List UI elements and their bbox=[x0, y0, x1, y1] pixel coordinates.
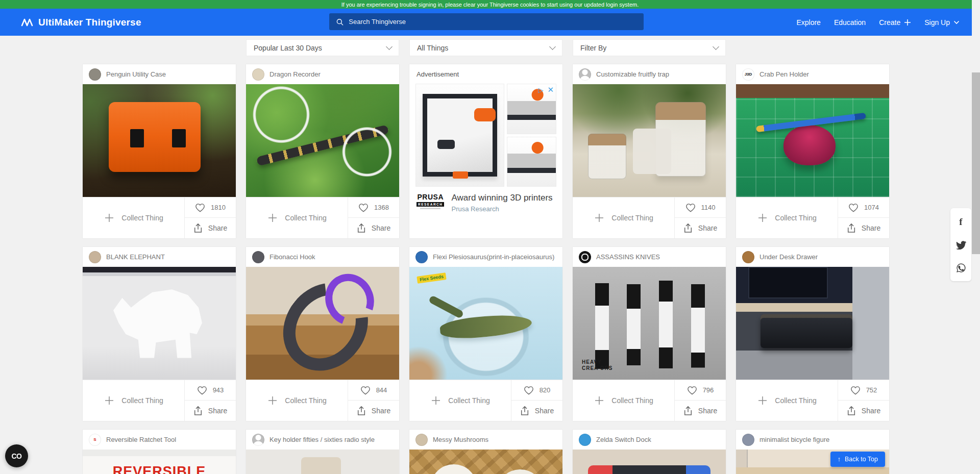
heart-icon bbox=[524, 386, 534, 395]
share-button[interactable]: Share bbox=[185, 218, 236, 238]
collect-thing-button[interactable]: Collect Thing bbox=[573, 197, 675, 238]
creator-avatar[interactable] bbox=[89, 68, 101, 81]
thing-thumbnail[interactable] bbox=[573, 84, 726, 197]
thing-thumbnail[interactable]: HEAVY CREA ORS bbox=[573, 267, 726, 380]
filter-by-dropdown[interactable]: Filter By bbox=[573, 39, 726, 56]
thing-title[interactable]: Key holder fifties / sixties radio style bbox=[270, 436, 375, 443]
like-count-button[interactable]: 796 bbox=[675, 380, 726, 401]
share-button[interactable]: Share bbox=[185, 401, 236, 421]
share-button[interactable]: Share bbox=[348, 401, 399, 421]
like-count-button[interactable]: 943 bbox=[185, 380, 236, 401]
like-count: 1810 bbox=[211, 204, 226, 211]
adchoices-icon[interactable]: ▷ bbox=[538, 86, 543, 94]
search-bar[interactable] bbox=[329, 13, 644, 30]
search-input[interactable] bbox=[349, 18, 637, 26]
creator-avatar[interactable] bbox=[415, 434, 428, 446]
creator-avatar[interactable] bbox=[89, 251, 101, 263]
share-button[interactable]: Share bbox=[838, 401, 889, 421]
thing-thumbnail[interactable] bbox=[83, 267, 236, 380]
collect-thing-button[interactable]: Collect Thing bbox=[246, 197, 348, 238]
creator-avatar[interactable] bbox=[579, 68, 591, 81]
thing-thumbnail[interactable] bbox=[246, 84, 399, 197]
like-count-button[interactable]: 1810 bbox=[185, 197, 236, 218]
creator-avatar[interactable]: S bbox=[89, 434, 101, 446]
collect-thing-label: Collect Thing bbox=[611, 214, 653, 222]
nav-explore[interactable]: Explore bbox=[796, 18, 820, 27]
thing-title[interactable]: Messy Mushrooms bbox=[433, 436, 488, 443]
creator-avatar[interactable]: J3D bbox=[742, 68, 754, 81]
category-dropdown[interactable]: All Things bbox=[409, 39, 562, 56]
like-count-button[interactable]: 844 bbox=[348, 380, 399, 401]
collect-thing-label: Collect Thing bbox=[121, 214, 163, 222]
nav-sign-up[interactable]: Sign Up bbox=[924, 18, 960, 27]
like-count-button[interactable]: 1140 bbox=[675, 197, 726, 218]
collect-thing-button[interactable]: Collect Thing bbox=[736, 197, 838, 238]
twitter-icon[interactable] bbox=[956, 241, 966, 250]
ad-headline[interactable]: Award winning 3D printers bbox=[451, 193, 552, 203]
collect-thing-button[interactable]: Collect Thing bbox=[83, 380, 185, 421]
collect-thing-button[interactable]: Collect Thing bbox=[83, 197, 185, 238]
whatsapp-icon[interactable] bbox=[956, 263, 966, 273]
ad-image[interactable]: ▷ ✕ bbox=[415, 84, 556, 187]
thing-card-footer: Collect Thing 796 Share bbox=[573, 380, 726, 421]
cookie-settings-button[interactable]: CO bbox=[5, 444, 28, 467]
thing-thumbnail[interactable]: Flex Seeds bbox=[409, 267, 562, 380]
share-icon bbox=[193, 223, 203, 233]
nav-create[interactable]: Create bbox=[879, 18, 911, 27]
thing-thumbnail[interactable] bbox=[736, 267, 889, 380]
collect-thing-button[interactable]: Collect Thing bbox=[573, 380, 675, 421]
thing-title[interactable]: Fibonacci Hook bbox=[270, 253, 315, 261]
share-button[interactable]: Share bbox=[675, 401, 726, 421]
collect-thing-button[interactable]: Collect Thing bbox=[409, 380, 511, 421]
thing-title[interactable]: Under Desk Drawer bbox=[760, 253, 818, 261]
ultimaker-logo-icon bbox=[20, 17, 34, 28]
collect-thing-button[interactable]: Collect Thing bbox=[246, 380, 348, 421]
like-count-button[interactable]: 1368 bbox=[348, 197, 399, 218]
thing-title[interactable]: BLANK ELEPHANT bbox=[106, 253, 165, 261]
back-to-top-button[interactable]: ↑ Back to Top bbox=[830, 452, 885, 467]
thing-title[interactable]: Customizable fruitfly trap bbox=[596, 70, 669, 78]
facebook-icon[interactable]: f bbox=[959, 216, 962, 228]
thing-title[interactable]: Flexi Plesiosaurus(print-in-placeiosauru… bbox=[433, 253, 554, 261]
thing-thumbnail[interactable] bbox=[246, 267, 399, 380]
like-count-button[interactable]: 752 bbox=[838, 380, 889, 401]
thing-card-header: Dragon Recorder bbox=[246, 64, 399, 84]
creator-avatar[interactable] bbox=[252, 68, 264, 81]
thing-thumbnail[interactable] bbox=[409, 450, 562, 474]
ad-main-image[interactable] bbox=[415, 84, 504, 187]
thing-title[interactable]: Dragon Recorder bbox=[270, 70, 321, 78]
scrollbar-thumb[interactable] bbox=[972, 72, 980, 254]
like-count-button[interactable]: 820 bbox=[511, 380, 562, 401]
share-button[interactable]: Share bbox=[511, 401, 562, 421]
share-button[interactable]: Share bbox=[348, 218, 399, 238]
thing-title[interactable]: Zelda Switch Dock bbox=[596, 436, 651, 443]
like-count: 943 bbox=[213, 386, 224, 394]
thing-thumbnail[interactable] bbox=[736, 84, 889, 197]
logo[interactable]: UltiMaker Thingiverse bbox=[20, 17, 141, 28]
creator-avatar[interactable] bbox=[742, 251, 754, 263]
sort-dropdown[interactable]: Popular Last 30 Days bbox=[246, 39, 399, 56]
ad-close-icon[interactable]: ✕ bbox=[547, 85, 554, 94]
thing-title[interactable]: Reversible Ratchet Tool bbox=[106, 436, 176, 443]
thing-thumbnail[interactable]: REVERSIBLE bbox=[83, 450, 236, 474]
thing-title[interactable]: Crab Pen Holder bbox=[760, 70, 809, 78]
creator-avatar[interactable] bbox=[252, 251, 264, 263]
nav-education[interactable]: Education bbox=[834, 18, 866, 27]
like-count-button[interactable]: 1074 bbox=[838, 197, 889, 218]
share-button[interactable]: Share bbox=[675, 218, 726, 238]
ad-side-image[interactable] bbox=[507, 137, 556, 187]
collect-thing-button[interactable]: Collect Thing bbox=[736, 380, 838, 421]
advertiser-logo[interactable]: PRUSA RESEARCH bbox=[416, 193, 444, 209]
creator-avatar[interactable] bbox=[579, 434, 591, 446]
thing-thumbnail[interactable] bbox=[246, 450, 399, 474]
creator-avatar[interactable] bbox=[579, 251, 591, 263]
creator-avatar[interactable] bbox=[415, 251, 428, 263]
creator-avatar[interactable] bbox=[742, 434, 754, 446]
share-button[interactable]: Share bbox=[838, 218, 889, 238]
thing-title[interactable]: minimalist bicycle figure bbox=[760, 436, 829, 443]
creator-avatar[interactable] bbox=[252, 434, 264, 446]
thing-title[interactable]: ASSASSINS KNIVES bbox=[596, 253, 660, 261]
thing-thumbnail[interactable] bbox=[83, 84, 236, 197]
thing-title[interactable]: Penguin Utility Case bbox=[106, 70, 166, 78]
thing-thumbnail[interactable] bbox=[573, 450, 726, 474]
